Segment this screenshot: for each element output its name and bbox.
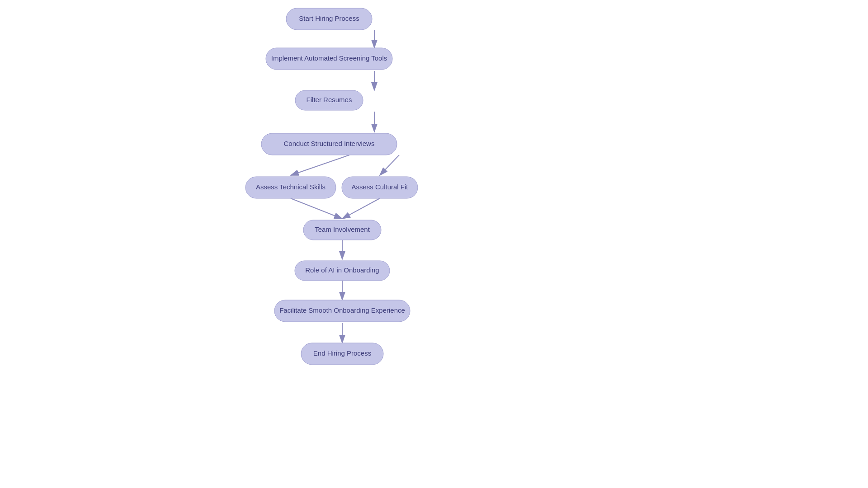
node-filter[interactable]: Filter Resumes [295, 90, 363, 110]
arrow-interviews-to-technical [291, 155, 349, 175]
node-start[interactable]: Start Hiring Process [286, 8, 372, 30]
node-screening[interactable]: Implement Automated Screening Tools [266, 48, 392, 70]
svg-text:Implement Automated Screening : Implement Automated Screening Tools [271, 54, 387, 62]
svg-text:Team Involvement: Team Involvement [315, 225, 370, 233]
node-end[interactable]: End Hiring Process [301, 343, 383, 365]
svg-text:Filter Resumes: Filter Resumes [307, 96, 352, 103]
svg-text:Assess Technical Skills: Assess Technical Skills [256, 183, 326, 191]
flowchart-container: Start Hiring Process Implement Automated… [0, 0, 868, 488]
node-onboarding[interactable]: Facilitate Smooth Onboarding Experience [274, 300, 410, 322]
svg-text:Conduct Structured Interviews: Conduct Structured Interviews [284, 140, 375, 147]
svg-text:Facilitate Smooth Onboarding E: Facilitate Smooth Onboarding Experience [279, 306, 405, 314]
svg-text:Start Hiring Process: Start Hiring Process [299, 14, 359, 22]
arrow-interviews-to-cultural [380, 155, 399, 175]
node-team[interactable]: Team Involvement [303, 220, 381, 240]
node-interviews[interactable]: Conduct Structured Interviews [261, 133, 397, 155]
arrow-cultural-to-team [342, 198, 380, 219]
node-cultural[interactable]: Assess Cultural Fit [342, 177, 418, 198]
svg-text:Assess Cultural Fit: Assess Cultural Fit [351, 183, 408, 191]
svg-text:Role of AI in Onboarding: Role of AI in Onboarding [305, 266, 379, 274]
node-technical[interactable]: Assess Technical Skills [245, 177, 336, 198]
svg-text:End Hiring Process: End Hiring Process [313, 349, 371, 357]
arrow-technical-to-team [291, 198, 342, 219]
node-ai[interactable]: Role of AI in Onboarding [295, 261, 390, 281]
